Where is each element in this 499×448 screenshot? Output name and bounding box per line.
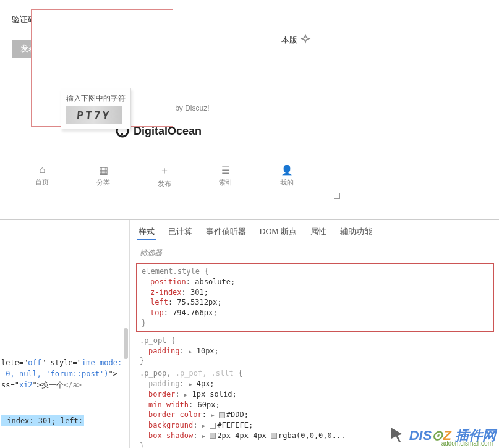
html-source[interactable]: lete="off" style="ime-mode: 0, null, 'fo… [0,356,123,428]
nav-category[interactable]: ▦ 分类 [73,158,134,193]
tab-dom-breakpoints[interactable]: DOM 断点 [258,225,298,240]
user-icon: 👤 [256,164,317,176]
captcha-image[interactable]: PT7Y [66,106,122,124]
captcha-popup: 输入下图中的字符 PT7Y [31,9,173,127]
tab-properties[interactable]: 属性 [309,225,328,240]
styles-filter[interactable]: 筛选器 [135,245,499,261]
nav-publish[interactable]: ＋ 发布 [134,158,195,193]
section-label: 本版 [281,34,311,47]
css-rule-p-opt[interactable]: .p_opt { padding: ▶ 10px; } [140,336,494,366]
list-icon: ☰ [195,164,256,176]
tab-accessibility[interactable]: 辅助功能 [339,225,373,240]
nav-mine[interactable]: 👤 我的 [256,158,317,193]
css-rule-element-style[interactable]: element.style { position: absolute; z-in… [136,263,494,332]
home-icon: ⌂ [12,164,73,175]
devtools-tabs: 样式 已计算 事件侦听器 DOM 断点 属性 辅助功能 [135,220,499,245]
vertical-resize-handle[interactable] [336,74,338,99]
bottom-nav: ⌂ 首页 ▦ 分类 ＋ 发布 ☰ 索引 👤 我的 [12,158,317,193]
nav-index[interactable]: ☰ 索引 [195,158,256,193]
devtools-panel: lete="off" style="ime-mode: 0, null, 'fo… [0,219,499,448]
cursor-icon [388,426,407,445]
tab-computed[interactable]: 已计算 [167,225,194,240]
grid-icon: ▦ [73,164,134,176]
svg-rect-2 [119,135,121,137]
styles-pane[interactable]: element.style { position: absolute; z-in… [135,261,499,448]
captcha-hint: 输入下图中的字符 [66,93,126,104]
rocket-icon [300,34,311,47]
horizontal-resize-handle[interactable] [151,192,182,194]
nav-home[interactable]: ⌂ 首页 [12,158,73,193]
tab-event-listeners[interactable]: 事件侦听器 [205,225,247,240]
tab-styles[interactable]: 样式 [137,225,156,240]
scrollbar[interactable] [124,328,128,359]
plus-icon: ＋ [134,164,195,177]
watermark-url: addon.dismall.com [441,440,493,447]
svg-rect-1 [121,133,123,135]
corner-resize-handle[interactable] [333,192,340,199]
